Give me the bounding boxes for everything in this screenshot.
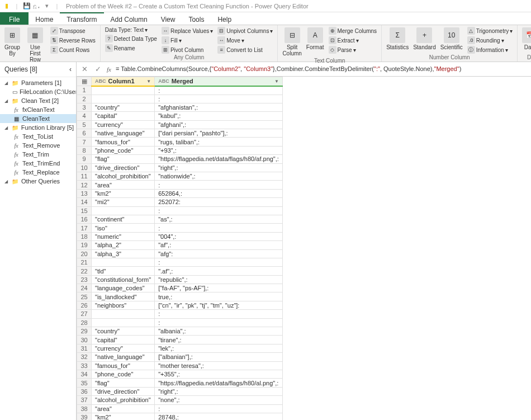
table-row[interactable]: 9"flag""https://flagpedia.net/data/flags… (77, 155, 283, 163)
parse-button[interactable]: ◇Parse ▾ (328, 45, 378, 54)
table-row[interactable]: 32"native_language"["albanian"],: (77, 353, 283, 361)
table-row[interactable]: 37"alcohol_prohibition""none",: (77, 396, 283, 404)
table-row[interactable]: 39"km2"28748,: (77, 413, 283, 420)
table-row[interactable]: 21: (77, 258, 283, 266)
tab-tools[interactable]: Tools (182, 12, 211, 25)
table-row[interactable]: 12"area": (77, 181, 283, 189)
fx-icon[interactable]: fx (107, 66, 111, 73)
statistics-button[interactable]: ΣStatistics (385, 26, 410, 51)
tree-item[interactable]: ▭FileLocation (C:\Users\... (0, 87, 76, 96)
information-button[interactable]: ⓘInformation ▾ (466, 45, 514, 54)
table-row[interactable]: 17"iso": (77, 224, 283, 232)
reverse-rows-button[interactable]: ⇅Reverse Rows (49, 36, 97, 45)
extract-button[interactable]: ⊡Extract ▾ (328, 36, 378, 45)
split-column-button[interactable]: ⊟Split Column (281, 26, 302, 58)
formula-input[interactable]: = Table.CombineColumns(Source,{"Column2"… (116, 65, 528, 73)
format-button[interactable]: AFormat (305, 26, 325, 51)
window-title: Problem of the Week #2 – Create a Custom… (66, 3, 309, 10)
column-header-column1[interactable]: ABCColumn1▼ (92, 77, 155, 86)
table-row[interactable]: 13"km2"652864,: (77, 189, 283, 197)
filter-dropdown-icon[interactable]: ▼ (146, 79, 151, 84)
collapse-icon[interactable]: ‹ (69, 65, 72, 73)
table-row[interactable]: 31"currency""lek",: (77, 344, 283, 352)
move-button[interactable]: ↔Move ▾ (216, 36, 274, 45)
replace-values-button[interactable]: ↔Replace Values ▾ (160, 26, 214, 35)
queries-tree: ◢📁Parameters [1]▭FileLocation (C:\Users\… (0, 77, 76, 420)
tab-home[interactable]: Home (29, 12, 60, 25)
tree-item[interactable]: fxText_ToList (0, 132, 76, 141)
table-row[interactable]: 16"continent""as",: (77, 215, 283, 223)
count-rows-button[interactable]: ΣCount Rows (49, 45, 97, 54)
save-icon[interactable]: 💾 (22, 2, 31, 11)
group-by-button[interactable]: ⊞Group By (3, 26, 21, 58)
tab-file[interactable]: File (0, 12, 29, 25)
rounding-button[interactable]: .0Rounding ▾ (466, 36, 514, 45)
standard-button[interactable]: +Standard (412, 26, 437, 51)
table-row[interactable]: 30"capital""tirane",: (77, 336, 283, 344)
tab-transform[interactable]: Transform (60, 12, 103, 25)
table-row[interactable]: 4"capital""kabul",: (77, 112, 283, 120)
table-row[interactable]: 14"mi2"252072: (77, 198, 283, 206)
detect-data-type-button[interactable]: ?Detect Data Type (104, 34, 158, 43)
commit-icon[interactable]: ✓ (93, 65, 102, 73)
table-row[interactable]: 22"tld"".af",: (77, 267, 283, 275)
table-row[interactable]: 25"is_landlocked"true,: (77, 292, 283, 301)
rename-button[interactable]: ✎Rename (104, 44, 158, 53)
table-row[interactable]: 36"drive_direction""right",: (77, 387, 283, 395)
tab-view[interactable]: View (154, 12, 182, 25)
tree-item[interactable]: ▦CleanText (0, 114, 76, 123)
unpivot-columns-button[interactable]: ⊟Unpivot Columns ▾ (216, 26, 274, 35)
table-row[interactable]: 28: (77, 318, 283, 327)
tab-add-column[interactable]: Add Column (104, 12, 154, 25)
fill-button[interactable]: ↓Fill ▾ (160, 36, 214, 45)
data-type-button[interactable]: Data Type: Text ▾ (104, 26, 158, 34)
tab-help[interactable]: Help (211, 12, 238, 25)
undo-dropdown-icon[interactable]: ⎌▾ (32, 2, 41, 11)
table-row[interactable]: 24"language_codes"["fa-AF", "ps-AF"],: (77, 284, 283, 292)
tree-folder[interactable]: ◢📁Function Library [5] (0, 123, 76, 132)
pivot-column-button[interactable]: ⊞Pivot Column (160, 45, 214, 54)
table-row[interactable]: 3"country""afghanistan",: (77, 103, 283, 111)
table-row[interactable]: 6"native_language"["dari persian", "pash… (77, 129, 283, 138)
tree-item[interactable]: fxText_Trim (0, 150, 76, 159)
transpose-button[interactable]: ⤢Transpose (49, 26, 97, 35)
merge-columns-button[interactable]: ⊕Merge Columns (328, 26, 378, 35)
corner-cell[interactable]: ▦ (77, 77, 92, 86)
table-row[interactable]: 26"neighbors"["cn", "ir", "pk", "tj", "t… (77, 301, 283, 309)
table-row[interactable]: 35"flag""https://flagpedia.net/data/flag… (77, 379, 283, 387)
table-row[interactable]: 29"country""albania",: (77, 327, 283, 336)
tree-folder[interactable]: ◢📁Other Queries (0, 177, 76, 186)
table-row[interactable]: 10"drive_direction""right",: (77, 163, 283, 172)
table-row[interactable]: 23"constitutional_form""republic",: (77, 275, 283, 284)
qat-dropdown-icon[interactable]: ▾ (42, 2, 51, 11)
trigonometry-button[interactable]: △Trigonometry ▾ (466, 26, 514, 35)
date-button[interactable]: 📅Date (521, 26, 531, 51)
table-row[interactable]: 7"famous_for""rugs, taliban",: (77, 138, 283, 146)
table-row[interactable]: 15: (77, 206, 283, 215)
tree-item[interactable]: fxText_Remove (0, 141, 76, 150)
filter-dropdown-icon[interactable]: ▼ (274, 79, 279, 84)
tree-item[interactable]: fxfxCleanText (0, 105, 76, 114)
table-row[interactable]: 11"alcohol_prohibition""nationwide",: (77, 172, 283, 181)
ribbon-group-label: Number Column (385, 54, 514, 60)
table-row[interactable]: 18"numeric""004",: (77, 232, 283, 240)
table-row[interactable]: 5"currency""afghani",: (77, 120, 283, 129)
table-row[interactable]: 34"phone_code""+355",: (77, 370, 283, 379)
tree-folder[interactable]: ◢📁Clean Text [2] (0, 96, 76, 105)
scientific-button[interactable]: 10Scientific (439, 26, 464, 51)
tree-folder[interactable]: ◢📁Parameters [1] (0, 78, 76, 87)
table-row[interactable]: 20"alpha_3""afg": (77, 249, 283, 258)
table-row[interactable]: 2: (77, 95, 283, 103)
tree-item[interactable]: fxText_Replace (0, 168, 76, 177)
ribbon: ⊞Group By ▦Use First Row as Headers ⤢Tra… (0, 25, 531, 62)
column-header-merged[interactable]: ABCMerged▼ (155, 77, 283, 86)
tree-item[interactable]: fxText_TrimEnd (0, 159, 76, 168)
table-row[interactable]: 8"phone_code""+93",: (77, 146, 283, 154)
table-row[interactable]: 19"alpha_2""af",: (77, 241, 283, 249)
convert-to-list-button[interactable]: ≡Convert to List (216, 45, 274, 54)
table-row[interactable]: 1: (77, 86, 283, 95)
table-row[interactable]: 27: (77, 310, 283, 318)
table-row[interactable]: 33"famous_for""mother teresa",: (77, 361, 283, 370)
cancel-icon[interactable]: ✕ (80, 65, 89, 73)
table-row[interactable]: 38"area": (77, 404, 283, 413)
